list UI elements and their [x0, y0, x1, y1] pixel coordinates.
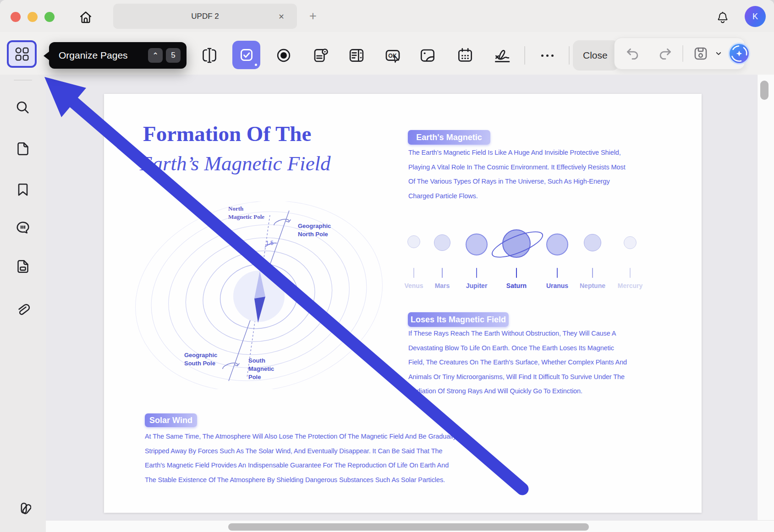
label-south-magnetic-1: South [248, 357, 265, 364]
signature-icon [493, 46, 512, 65]
document-title-line1: Formation Of The [143, 121, 311, 146]
new-tab-button[interactable]: + [306, 9, 320, 23]
checkbox-tool[interactable] [232, 41, 260, 69]
quick-actions-panel [614, 38, 745, 70]
button-field-tool[interactable]: OK [383, 45, 403, 65]
sidebar-divider [14, 80, 32, 81]
checkbox-icon [238, 47, 255, 63]
calendar-icon [456, 46, 474, 65]
toolbar-divider [524, 46, 525, 65]
planet-mercury [624, 236, 637, 249]
left-sidebar [0, 75, 46, 532]
document-title-line2: Earth’s Magnetic Field [140, 152, 331, 175]
updf-window: UPDF 2 ✕ + K [0, 0, 774, 532]
minimize-window-button[interactable] [27, 12, 38, 22]
submenu-dot [255, 64, 257, 66]
label-angle: 1.5 [266, 240, 274, 246]
date-field-tool[interactable] [455, 45, 475, 65]
image-icon [418, 46, 437, 65]
zoom-window-button[interactable] [44, 12, 55, 22]
planet-label: Mars [424, 282, 461, 289]
planet-label: Neptune [574, 282, 611, 289]
document-tab[interactable]: UPDF 2 ✕ [113, 4, 297, 29]
organize-pages-button[interactable] [7, 40, 37, 68]
planet-label: Uranus [539, 282, 576, 289]
ai-assistant-button[interactable] [726, 43, 752, 64]
section-badge-earths-magnetic: Earth's Magnetic [408, 130, 490, 145]
more-dots-icon [541, 54, 543, 57]
number-key-badge: 5 [166, 48, 181, 63]
text-field-tool[interactable] [199, 45, 220, 65]
sidebar-attachments-button[interactable] [14, 301, 32, 319]
close-button-label: Close [583, 50, 608, 61]
tooltip-label: Organize Pages [59, 50, 148, 61]
save-button[interactable] [691, 43, 711, 64]
planet-label: Saturn [498, 282, 535, 289]
undo-icon [624, 45, 641, 62]
chevron-down-icon [714, 49, 724, 59]
label-south-magnetic-2: Magnetic [248, 365, 274, 372]
redo-icon [657, 45, 674, 62]
horizontal-scrollbar-thumb[interactable] [228, 523, 589, 531]
planet-neptune [584, 234, 601, 251]
paperclip-icon [15, 302, 31, 318]
label-geo-north-1: Geographic [298, 223, 331, 229]
more-tools-button[interactable] [536, 45, 559, 65]
toolbar-divider-2 [569, 46, 570, 65]
sidebar-stamps-button[interactable] [14, 499, 32, 517]
save-options-button[interactable] [712, 43, 725, 64]
planet-jupiter [466, 233, 488, 255]
label-geo-south-2: South Pole [184, 360, 215, 367]
tab-title: UPDF 2 [113, 4, 297, 29]
plus-icon: + [309, 9, 317, 23]
listbox-field-tool[interactable] [346, 45, 367, 65]
notifications-button[interactable] [715, 10, 730, 26]
vertical-scrollbar[interactable] [757, 75, 774, 520]
home-button[interactable] [77, 8, 94, 26]
image-field-tool[interactable] [417, 45, 438, 65]
radio-button-tool[interactable] [274, 45, 294, 65]
vertical-scrollbar-thumb[interactable] [760, 81, 769, 100]
horizontal-scrollbar[interactable] [46, 520, 774, 532]
bell-icon [716, 11, 730, 25]
redo-button[interactable] [655, 43, 675, 64]
tab-close-icon[interactable]: ✕ [275, 10, 288, 23]
annotation-file-icon [15, 258, 31, 275]
label-north-magnetic-2: Magnetic Pole [228, 213, 264, 220]
sidebar-search-button[interactable] [14, 99, 32, 116]
ai-assistant-icon [727, 42, 751, 65]
organize-pages-grid-icon [12, 44, 32, 64]
sidebar-comments-button[interactable] [14, 219, 32, 236]
bookmark-icon [15, 181, 31, 198]
pdf-page: Formation Of The Earth’s Magnetic Field … [104, 94, 702, 513]
close-window-button[interactable] [11, 12, 21, 22]
sidebar-annotations-button[interactable] [14, 258, 32, 275]
sidebar-bookmarks-button[interactable] [14, 181, 32, 198]
close-button[interactable]: Close [573, 40, 619, 71]
sidebar-thumbnails-button[interactable] [14, 140, 32, 157]
ok-button-icon: OK [384, 46, 402, 65]
label-north-magnetic-1: North [228, 205, 244, 212]
magnetic-field-diagram: North Magnetic Pole Geographic North Pol… [128, 201, 392, 389]
document-canvas: Formation Of The Earth’s Magnetic Field … [46, 75, 774, 532]
text-field-icon [200, 46, 219, 65]
signature-field-tool[interactable] [492, 45, 512, 65]
undo-button[interactable] [622, 43, 642, 64]
radio-button-icon [275, 47, 292, 64]
label-geo-north-2: North Pole [298, 231, 328, 238]
avatar-initial: K [752, 12, 758, 22]
label-south-magnetic-3: Pole [248, 374, 261, 380]
panel-divider [682, 45, 683, 62]
planet-label: Jupiter [458, 282, 495, 289]
dropdown-field-tool[interactable] [311, 45, 331, 65]
account-avatar[interactable]: K [745, 6, 766, 27]
planet-mars [434, 234, 450, 251]
label-geo-south-1: Geographic [184, 352, 217, 358]
planet-uranus [546, 233, 568, 255]
swatch-fan-icon [15, 500, 31, 516]
search-icon [15, 99, 31, 116]
dropdown-field-icon [312, 46, 330, 65]
save-icon [692, 45, 709, 62]
planets-figure: Venus Mars Jupiter Saturn Uranus Neptune… [403, 220, 651, 300]
control-key-badge: ⌃ [148, 48, 163, 63]
